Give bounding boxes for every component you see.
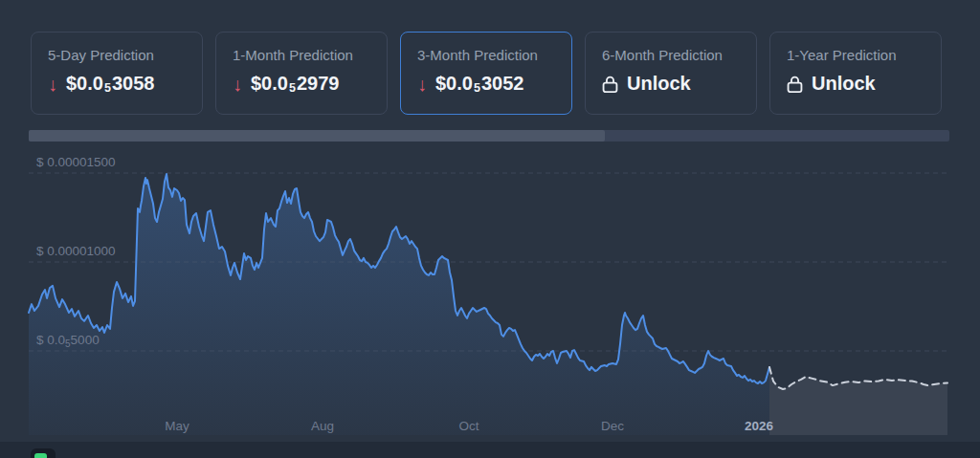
x-axis-tick-label-may: May [165,419,189,433]
price-chart-svg: $ 0.00001500$ 0.00001000$ 0.055000MayAug… [0,0,980,442]
y-axis-tick-label: $ 0.00001000 [36,244,116,258]
price-chart[interactable]: $ 0.00001500$ 0.00001000$ 0.055000MayAug… [0,0,980,442]
3-month-prediction-area-fill [769,367,947,435]
x-axis-tick-label-aug: Aug [311,419,334,433]
x-axis-tick-label-2026: 2026 [745,419,774,433]
x-axis-tick-label-oct: Oct [458,419,479,433]
next-section-edge [0,442,980,458]
coin-logo-green-icon [34,453,47,458]
price-prediction-widget: 5-Day Prediction↓$0.0530581-Month Predic… [0,0,980,458]
y-axis-tick-label: $ 0.00001500 [36,155,116,169]
x-axis-tick-label-dec: Dec [601,419,624,433]
coin-logo-partial [31,448,56,458]
